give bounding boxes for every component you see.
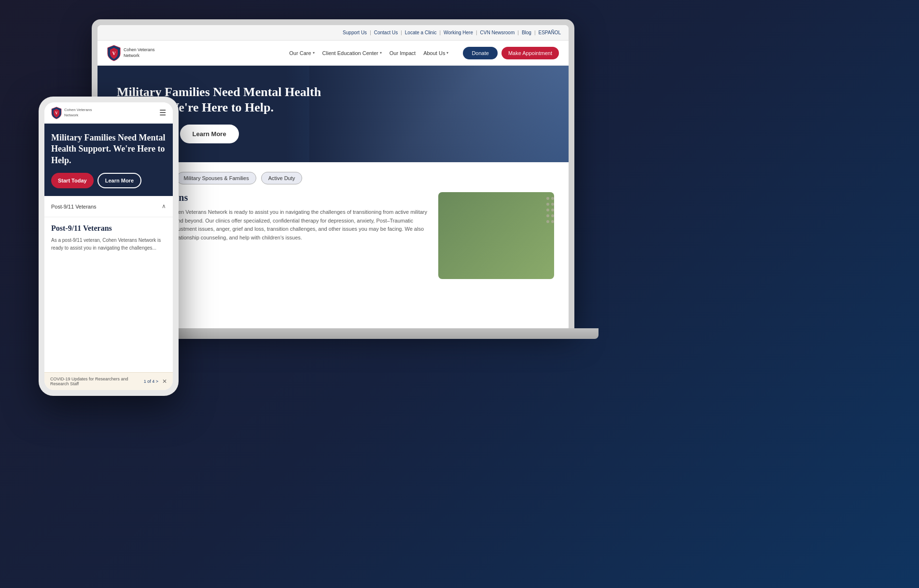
laptop-nav-links: Our Care ▾ Client Education Center ▾ Our…	[289, 50, 448, 56]
hamburger-menu-icon[interactable]: ☰	[159, 108, 166, 117]
donate-button[interactable]: Donate	[463, 47, 497, 59]
laptop-logo-text: Cohen Veterans Network	[124, 47, 155, 58]
topbar-link-support[interactable]: Support Us	[343, 30, 367, 35]
topbar-link-working[interactable]: Working Here	[444, 30, 473, 35]
phone-device: V Cohen Veterans Network ☰ Military Fami…	[39, 97, 179, 396]
tab-military-spouses[interactable]: Military Spouses & Families	[177, 172, 256, 184]
phone-logo[interactable]: V Cohen Veterans Network	[51, 107, 92, 119]
notification-count[interactable]: 1 of 4 >	[144, 379, 158, 384]
nav-our-impact[interactable]: Our Impact	[390, 50, 416, 56]
svg-text:V: V	[55, 111, 58, 115]
logo-shield-icon: V	[107, 45, 121, 61]
topbar: Support Us | Contact Us | Locate a Clini…	[97, 25, 569, 41]
accordion-chevron-icon: ∧	[162, 203, 166, 210]
nav-our-care[interactable]: Our Care ▾	[289, 50, 314, 56]
topbar-sep-1: |	[370, 30, 371, 35]
nav-client-education[interactable]: Client Education Center ▾	[322, 50, 382, 56]
laptop-navbar: V Cohen Veterans Network Our Care ▾	[97, 41, 569, 66]
phone-start-today-button[interactable]: Start Today	[51, 173, 94, 188]
notification-close-icon[interactable]: ✕	[162, 378, 167, 385]
topbar-sep-4: |	[476, 30, 477, 35]
laptop-logo[interactable]: V Cohen Veterans Network	[107, 45, 155, 61]
phone-section-title: Post-9/11 Veterans	[51, 224, 166, 233]
nav-about-us-chevron-icon: ▾	[446, 51, 448, 55]
phone-paragraph: As a post-9/11 veteran, Cohen Veterans N…	[51, 237, 166, 252]
phone-notification-bar: COVID-19 Updates for Researchers and Res…	[44, 372, 173, 390]
phone-outer: V Cohen Veterans Network ☰ Military Fami…	[39, 97, 179, 396]
svg-text:V: V	[112, 51, 116, 56]
tab-active-duty[interactable]: Active Duty	[261, 172, 303, 184]
scene: Support Us | Contact Us | Locate a Clini…	[0, 0, 919, 588]
accordion-label: Post-9/11 Veterans	[51, 204, 97, 210]
nav-client-education-chevron-icon: ▾	[380, 51, 382, 55]
phone-content: Post-9/11 Veterans As a post-9/11 vetera…	[44, 217, 173, 259]
topbar-link-contact[interactable]: Contact Us	[374, 30, 398, 35]
phone-hero: Military Families Need Mental Health Sup…	[44, 124, 173, 196]
topbar-link-cvn[interactable]: CVN Newsroom	[480, 30, 515, 35]
nav-our-care-chevron-icon: ▾	[313, 51, 315, 55]
phone-navbar: V Cohen Veterans Network ☰	[44, 102, 173, 124]
laptop-nav-buttons: Donate Make Appointment	[463, 47, 559, 59]
phone-logo-text: Cohen Veterans Network	[64, 108, 92, 118]
hero-learn-more-button[interactable]: Learn More	[180, 125, 239, 143]
phone-screen: V Cohen Veterans Network ☰ Military Fami…	[44, 102, 173, 390]
nav-about-us[interactable]: About Us ▾	[423, 50, 448, 56]
topbar-sep-3: |	[439, 30, 441, 35]
notification-text: COVID-19 Updates for Researchers and Res…	[50, 377, 144, 386]
content-image	[438, 192, 554, 279]
phone-hero-buttons: Start Today Learn More	[51, 173, 166, 188]
stars-decoration	[546, 197, 554, 223]
topbar-link-locate[interactable]: Locate a Clinic	[405, 30, 437, 35]
topbar-links: Support Us | Contact Us | Locate a Clini…	[343, 30, 561, 35]
topbar-sep-2: |	[401, 30, 402, 35]
accordion-post-911[interactable]: Post-9/11 Veterans ∧	[51, 203, 166, 210]
topbar-link-blog[interactable]: Blog	[522, 30, 531, 35]
make-appointment-button[interactable]: Make Appointment	[501, 47, 559, 59]
phone-accordion: Post-9/11 Veterans ∧	[44, 196, 173, 217]
phone-logo-shield-icon: V	[51, 107, 62, 119]
phone-hero-title: Military Families Need Mental Health Sup…	[51, 132, 166, 166]
topbar-sep-6: |	[534, 30, 536, 35]
topbar-sep-5: |	[517, 30, 519, 35]
topbar-link-espanol[interactable]: ESPAÑOL	[539, 30, 561, 35]
phone-learn-more-button[interactable]: Learn More	[97, 173, 141, 188]
